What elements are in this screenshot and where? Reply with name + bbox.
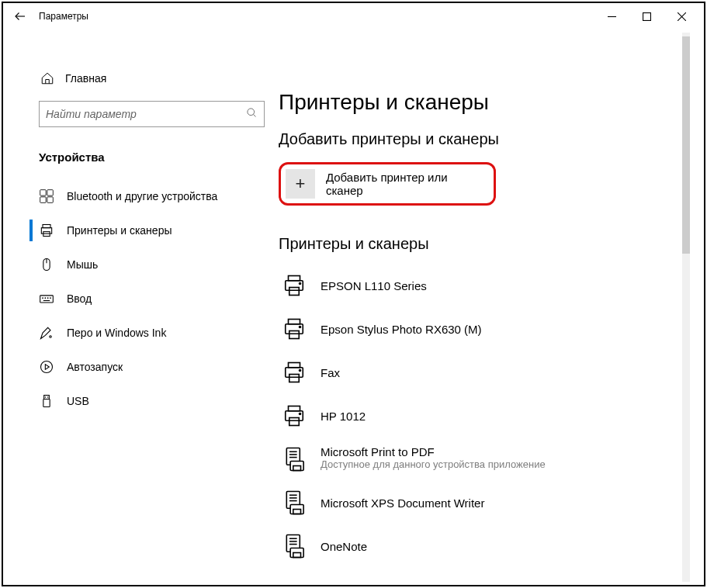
svg-point-32 (300, 283, 301, 285)
home-icon (40, 71, 54, 85)
add-section-header: Добавить принтеры и сканеры (279, 130, 676, 148)
sidebar-item-label: Автозапуск (67, 361, 123, 373)
close-button[interactable] (664, 3, 699, 29)
printer-item[interactable]: Microsoft Print to PDF Доступное для дан… (279, 438, 676, 481)
device-name: Microsoft XPS Document Writer (321, 496, 484, 510)
sidebar-item-bluetooth[interactable]: Bluetooth и другие устройства (3, 179, 279, 213)
document-printer-icon (282, 532, 307, 560)
printer-item[interactable]: Microsoft XPS Document Writer (279, 481, 676, 524)
sidebar-item-label: Мышь (67, 258, 98, 271)
sidebar-item-label: Принтеры и сканеры (67, 224, 172, 237)
svg-rect-39 (289, 375, 300, 382)
keyboard-icon (39, 291, 54, 306)
printer-item[interactable]: EPSON L110 Series (279, 264, 676, 307)
plus-icon: + (286, 169, 315, 199)
search-input[interactable] (39, 101, 265, 127)
printer-item[interactable]: Epson Stylus Photo RX630 (M) (279, 307, 676, 351)
document-printer-icon (282, 445, 307, 473)
svg-marker-24 (45, 365, 49, 370)
sidebar-item-usb[interactable]: USB (3, 384, 279, 418)
scrollbar[interactable] (682, 33, 690, 582)
add-printer-label: Добавить принтер или сканер (326, 171, 487, 197)
svg-rect-35 (289, 331, 300, 339)
home-label: Главная (65, 72, 106, 85)
home-button[interactable]: Главная (3, 64, 279, 93)
printer-icon (39, 223, 54, 238)
svg-point-36 (300, 327, 301, 328)
titlebar: Параметры (3, 3, 704, 29)
svg-point-40 (300, 370, 301, 372)
svg-point-44 (300, 413, 301, 415)
sidebar-item-label: USB (67, 395, 89, 407)
device-name: Epson Stylus Photo RX630 (M) (321, 323, 482, 336)
add-printer-button[interactable]: + Добавить принтер или сканер (281, 164, 494, 203)
printer-icon (282, 358, 307, 386)
sidebar-item-label: Перо и Windows Ink (67, 327, 166, 339)
search-icon (246, 107, 258, 122)
device-name: Fax (321, 366, 340, 379)
sidebar-item-typing[interactable]: Ввод (3, 282, 279, 316)
settings-window: Параметры Главная (2, 2, 705, 586)
autoplay-icon (39, 359, 54, 375)
sidebar-item-autoplay[interactable]: Автозапуск (3, 350, 279, 384)
svg-point-23 (41, 361, 53, 373)
svg-rect-8 (47, 190, 54, 196)
svg-rect-37 (289, 363, 300, 368)
sidebar-item-mouse[interactable]: Мышь (3, 247, 279, 282)
main-content: Принтеры и сканеры Добавить принтеры и с… (279, 29, 676, 585)
svg-point-22 (50, 336, 52, 338)
mouse-icon (39, 257, 54, 272)
maximize-button[interactable] (629, 3, 664, 29)
printer-item[interactable]: OneNote (279, 524, 676, 568)
svg-rect-25 (44, 396, 50, 399)
main-area: Принтеры и сканеры Добавить принтеры и с… (279, 29, 704, 585)
svg-rect-7 (40, 190, 47, 196)
svg-point-5 (248, 108, 255, 115)
bluetooth-devices-icon (39, 189, 54, 204)
svg-rect-41 (289, 406, 300, 411)
sidebar-section-label: Устройства (3, 144, 279, 179)
svg-rect-26 (43, 399, 50, 407)
svg-rect-10 (47, 197, 54, 203)
back-button[interactable] (5, 9, 36, 23)
device-name: Microsoft Print to PDF (321, 445, 546, 458)
sidebar-item-label: Ввод (67, 292, 92, 305)
svg-rect-33 (289, 320, 300, 324)
svg-rect-42 (286, 411, 303, 421)
devices-section-header: Принтеры и сканеры (279, 235, 676, 253)
svg-line-6 (253, 114, 255, 116)
page-title: Принтеры и сканеры (279, 90, 676, 115)
svg-rect-11 (43, 225, 50, 228)
document-printer-icon (282, 489, 307, 517)
scrollbar-thumb[interactable] (682, 36, 690, 254)
sidebar-item-label: Bluetooth и другие устройства (67, 190, 217, 202)
printer-icon (282, 402, 307, 430)
sidebar-item-printers[interactable]: Принтеры и сканеры (3, 213, 279, 247)
svg-rect-2 (643, 12, 651, 20)
printer-item[interactable]: Fax (279, 351, 676, 394)
window-title: Параметры (39, 11, 88, 22)
device-name: HP 1012 (321, 410, 366, 423)
svg-rect-29 (289, 276, 300, 281)
device-subtitle: Доступное для данного устройства приложе… (321, 458, 546, 470)
content-area: Главная Устройства Bluetooth и другие ус… (3, 29, 704, 585)
svg-rect-43 (289, 418, 300, 426)
svg-rect-16 (40, 296, 54, 303)
svg-rect-34 (286, 324, 303, 334)
window-controls (594, 3, 699, 29)
svg-rect-9 (40, 197, 47, 203)
pen-icon (39, 325, 54, 341)
svg-rect-31 (289, 288, 300, 296)
sidebar-item-pen[interactable]: Перо и Windows Ink (3, 316, 279, 350)
svg-rect-30 (286, 281, 303, 291)
printer-icon (282, 272, 307, 299)
printer-icon (282, 315, 307, 343)
sidebar: Главная Устройства Bluetooth и другие ус… (3, 29, 279, 585)
minimize-button[interactable] (594, 3, 629, 29)
usb-icon (39, 393, 54, 409)
back-arrow-icon (13, 9, 27, 23)
device-name: EPSON L110 Series (321, 279, 427, 292)
search-input-field[interactable] (46, 108, 246, 120)
svg-rect-38 (286, 368, 303, 378)
printer-item[interactable]: HP 1012 (279, 394, 676, 438)
